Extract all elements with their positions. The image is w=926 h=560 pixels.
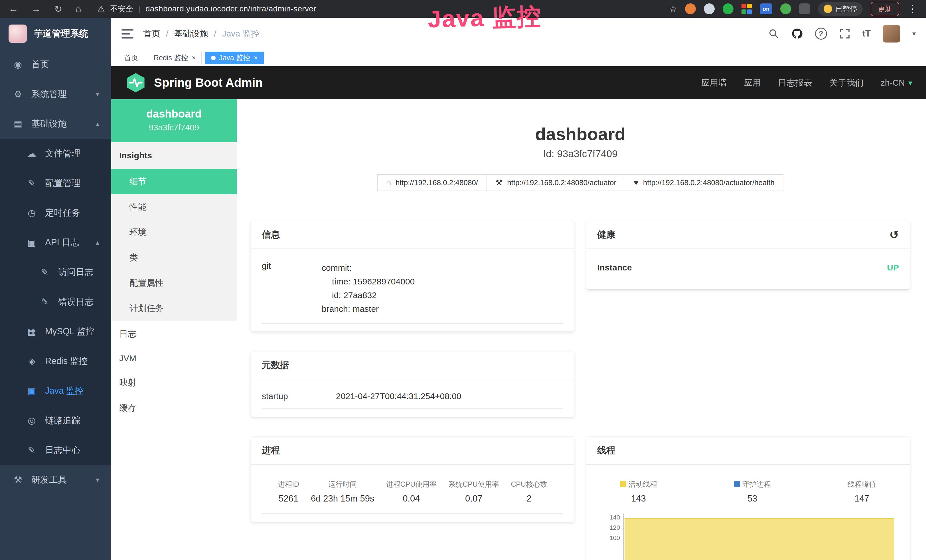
- breadcrumb-section[interactable]: 基础设施: [174, 28, 208, 40]
- actuator-url-button[interactable]: ⚒ http://192.168.0.2:48080/actuator: [487, 174, 625, 191]
- bookmark-star-icon[interactable]: ☆: [669, 3, 677, 14]
- security-label: 不安全: [110, 4, 133, 14]
- github-icon[interactable]: [791, 28, 803, 40]
- instance-name: dashboard: [115, 108, 233, 120]
- yellow-legend-swatch: [620, 481, 626, 487]
- insight-item-scheduled-tasks[interactable]: 计划任务: [111, 296, 237, 321]
- insight-item-metrics[interactable]: 性能: [111, 194, 237, 219]
- sba-body: dashboard 93a3fc7f7409 Insights 细节 性能 环境…: [111, 99, 926, 560]
- git-branch-line: branch: master: [322, 302, 415, 316]
- breadcrumb: 首页 / 基础设施 / Java 监控: [143, 28, 260, 40]
- sidebar-item-redis-monitor[interactable]: ◈ Redis 监控: [0, 346, 111, 376]
- warning-icon: ⚠: [97, 4, 105, 14]
- collapse-menu-icon[interactable]: [121, 29, 133, 38]
- sidebar-item-system[interactable]: ⚙ 系统管理 ▾: [0, 79, 111, 109]
- cloud-icon: ☁: [26, 148, 38, 159]
- instance-detail-panel: dashboard Id: 93a3fc7f7409 ⌂ http://192.…: [237, 99, 926, 560]
- app-logo[interactable]: 芋道管理系统: [0, 18, 111, 50]
- forward-icon[interactable]: →: [31, 3, 41, 15]
- menu-item-caches[interactable]: 缓存: [111, 395, 237, 421]
- tab-home[interactable]: 首页: [118, 51, 144, 64]
- redis-icon: ◈: [26, 356, 38, 366]
- sidebar-item-log-center[interactable]: ✎ 日志中心: [0, 435, 111, 465]
- sidebar-item-error-log[interactable]: ✎ 错误日志: [0, 287, 111, 317]
- sidebar-item-devtools[interactable]: ⚒ 研发工具 ▾: [0, 465, 111, 495]
- health-url-button[interactable]: ♥ http://192.168.0.2:48080/actuator/heal…: [625, 174, 784, 191]
- user-avatar[interactable]: [883, 25, 900, 42]
- sba-brand[interactable]: Spring Boot Admin: [125, 72, 263, 94]
- locale-select[interactable]: zh-CN ▾: [881, 78, 912, 88]
- sidebar-item-api-log[interactable]: ▣ API 日志 ▴: [0, 228, 111, 257]
- home-icon[interactable]: ⌂: [76, 3, 82, 15]
- tab-redis-monitor[interactable]: Redis 监控 ×: [148, 51, 202, 64]
- menu-item-mappings[interactable]: 映射: [111, 370, 237, 395]
- devtools-icon: ⚒: [12, 474, 24, 485]
- browser-nav: ← → ↻ ⌂: [9, 3, 81, 15]
- close-icon[interactable]: ×: [254, 54, 258, 62]
- chevron-up-icon: ▴: [96, 239, 99, 247]
- fullscreen-icon[interactable]: [839, 28, 850, 39]
- sidebar-item-mysql-monitor[interactable]: ▦ MySQL 监控: [0, 317, 111, 346]
- back-icon[interactable]: ←: [9, 3, 18, 15]
- sidebar-item-access-log[interactable]: ✎ 访问日志: [0, 257, 111, 287]
- sidebar-item-home[interactable]: ◉ 首页: [0, 50, 111, 79]
- threads-card-body: 活动线程 143 守护进程 53 线程峰值 14: [586, 465, 910, 560]
- on-extension-icon[interactable]: on: [760, 3, 772, 14]
- menu-item-logs[interactable]: 日志: [111, 321, 237, 347]
- home-icon: ⌂: [386, 178, 391, 187]
- app-title: 芋道管理系统: [34, 27, 88, 40]
- sidebar-item-infra[interactable]: ▤ 基础设施 ▴: [0, 109, 111, 139]
- history-icon[interactable]: ↺: [889, 229, 899, 241]
- sba-nav-journal[interactable]: 日志报表: [778, 77, 812, 89]
- stat-pid: 进程ID 5261: [278, 480, 299, 504]
- grid-extension-icon[interactable]: [741, 4, 752, 14]
- instance-header[interactable]: dashboard 93a3fc7f7409: [111, 99, 237, 142]
- close-icon[interactable]: ×: [192, 54, 196, 62]
- address-bar[interactable]: ⚠ 不安全 | dashboard.yudao.iocoder.cn/infra…: [97, 4, 316, 14]
- sidebar-item-trace[interactable]: ◎ 链路追踪: [0, 406, 111, 435]
- refresh-icon[interactable]: ↻: [54, 3, 62, 15]
- wrench-icon: ⚒: [495, 178, 502, 188]
- insight-item-classes[interactable]: 类: [111, 245, 237, 271]
- sba-nav-wallboard[interactable]: 应用墙: [701, 77, 727, 89]
- stat-cpu-cores: CPU核心数 2: [511, 480, 547, 504]
- font-size-icon[interactable]: tT: [862, 29, 871, 39]
- menu-item-jvm[interactable]: JVM: [111, 347, 237, 370]
- infrastructure-icon: ▤: [12, 118, 24, 129]
- instance-url-button[interactable]: ⌂ http://192.168.0.2:48080/: [377, 174, 487, 191]
- insight-item-details[interactable]: 细节: [111, 169, 237, 194]
- tab-java-monitor[interactable]: Java 监控 ×: [205, 51, 264, 64]
- dashboard-icon: ◉: [12, 59, 24, 70]
- insights-label: Insights: [111, 142, 237, 169]
- sidebar-item-java-monitor[interactable]: ▣ Java 监控: [0, 376, 111, 406]
- help-icon[interactable]: ?: [815, 28, 827, 40]
- sba-nav-applications[interactable]: 应用: [744, 77, 761, 89]
- health-card-body: Instance UP: [586, 249, 910, 289]
- paused-extension-badge[interactable]: 已暂停: [818, 2, 863, 16]
- puzzle-extension-icon[interactable]: [799, 3, 810, 14]
- y-extension-icon[interactable]: [723, 3, 734, 14]
- sidebar-item-files[interactable]: ☁ 文件管理: [0, 139, 111, 168]
- insight-item-configprops[interactable]: 配置属性: [111, 271, 237, 296]
- sidebar-item-scheduled-jobs[interactable]: ◷ 定时任务: [0, 198, 111, 228]
- sidebar-item-config[interactable]: ✎ 配置管理: [0, 168, 111, 198]
- infra-submenu: ☁ 文件管理 ✎ 配置管理 ◷ 定时任务 ▣ API 日志 ▴ ✎: [0, 139, 111, 465]
- browser-menu-icon[interactable]: ⋮: [907, 3, 917, 15]
- blue-legend-swatch: [734, 481, 740, 487]
- sba-logo-icon: [125, 72, 147, 94]
- insight-item-environment[interactable]: 环境: [111, 219, 237, 245]
- instance-links: ⌂ http://192.168.0.2:48080/ ⚒ http://192…: [251, 174, 910, 191]
- heart-icon: ♥: [634, 178, 639, 187]
- sba-nav-about[interactable]: 关于我们: [829, 77, 864, 89]
- process-card: 进程 进程ID 5261 运行时间: [251, 437, 574, 522]
- pin-extension-icon[interactable]: [704, 3, 715, 14]
- avatar-caret-icon[interactable]: ▾: [912, 30, 916, 38]
- leaf-extension-icon[interactable]: [780, 3, 791, 14]
- live-threads-area: [625, 518, 894, 560]
- fox-extension-icon[interactable]: [685, 3, 696, 14]
- startup-value: 2021-04-27T00:44:31.254+08:00: [336, 391, 461, 401]
- breadcrumb-home[interactable]: 首页: [143, 28, 160, 40]
- search-icon[interactable]: [768, 28, 779, 39]
- browser-update-button[interactable]: 更新: [871, 2, 899, 16]
- tag-tabs-bar: 首页 Redis 监控 × Java 监控 ×: [111, 50, 926, 66]
